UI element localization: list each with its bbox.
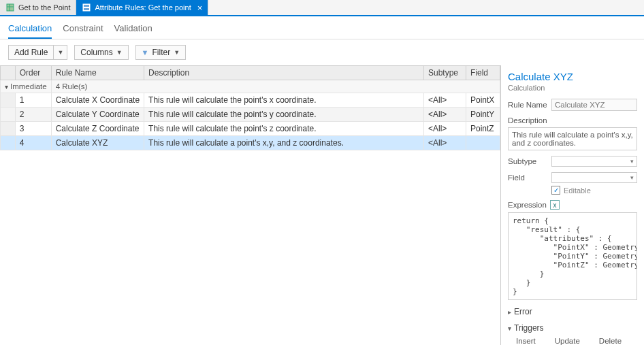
tab-label: Get to the Point xyxy=(18,3,70,12)
chevron-down-icon: ▼ xyxy=(116,49,123,56)
svg-rect-0 xyxy=(7,4,14,11)
rule-type-tabs: Calculation Constraint Validation xyxy=(0,16,644,39)
table-row[interactable]: 3 Calculate Z Coordinate This rule will … xyxy=(1,122,500,136)
table-row[interactable]: 4 Calculate XYZ This rule will calculate… xyxy=(1,136,500,150)
add-rule-dropdown[interactable]: ▼ xyxy=(53,45,67,60)
columns-button[interactable]: Columns ▼ xyxy=(74,45,128,60)
col-order[interactable]: Order xyxy=(15,66,51,80)
filter-label: Filter xyxy=(152,48,170,57)
document-tabs: Get to the Point Attribute Rules: Get th… xyxy=(0,0,644,16)
insert-label: Insert xyxy=(516,337,536,345)
subtab-validation[interactable]: Validation xyxy=(114,23,152,39)
filter-button[interactable]: ▼ Filter ▼ xyxy=(135,45,186,60)
col-subtype[interactable]: Subtype xyxy=(424,66,466,80)
editable-label: Editable xyxy=(564,186,591,195)
add-rule-label: Add Rule xyxy=(14,48,48,57)
group-row-immediate[interactable]: ▾Immediate 4 Rule(s) xyxy=(1,80,500,93)
svg-rect-5 xyxy=(84,8,89,10)
triggers-group: Insert ✓ Update ✓ Delete xyxy=(508,337,637,345)
expression-label: Expression xyxy=(508,201,547,209)
expression-input[interactable]: return { "result" : { "attributes" : { "… xyxy=(508,212,637,300)
rules-grid-pane: Order Rule Name Description Subtype Fiel… xyxy=(0,65,501,345)
subtype-combo[interactable]: ▾ xyxy=(551,156,637,167)
chevron-down-icon: ▾ xyxy=(508,325,511,332)
table-row[interactable]: 1 Calculate X Coordinate This rule will … xyxy=(1,93,500,108)
rule-name-input[interactable]: Calculate XYZ xyxy=(551,99,637,111)
error-expander[interactable]: ▸ Error xyxy=(508,307,637,316)
rule-details-pane: Calculate XYZ Calculation Rule Name Calc… xyxy=(501,65,644,345)
delete-label: Delete xyxy=(599,337,622,345)
col-field[interactable]: Field xyxy=(466,66,500,80)
tab-attribute-rules[interactable]: Attribute Rules: Get the point × xyxy=(76,0,208,15)
chevron-right-icon: ▸ xyxy=(508,308,511,316)
col-rule-name[interactable]: Rule Name xyxy=(51,66,144,80)
chevron-down-icon: ▾ xyxy=(5,83,8,91)
expression-builder-icon[interactable]: x xyxy=(550,200,560,210)
rules-grid[interactable]: Order Rule Name Description Subtype Fiel… xyxy=(0,65,500,150)
chevron-down-icon: ▼ xyxy=(57,49,63,56)
add-rule-button[interactable]: Add Rule ▼ xyxy=(8,45,67,60)
field-combo[interactable]: ▾ xyxy=(551,172,637,183)
details-title: Calculate XYZ xyxy=(508,71,637,82)
filter-icon: ▼ xyxy=(142,48,149,56)
subtab-calculation[interactable]: Calculation xyxy=(8,23,52,39)
rule-name-label: Rule Name xyxy=(508,101,547,109)
subtype-label: Subtype xyxy=(508,157,547,165)
tab-label: Attribute Rules: Get the point xyxy=(95,3,191,12)
description-input[interactable]: This rule will calculate a point's x,y, … xyxy=(508,127,637,150)
description-label: Description xyxy=(508,116,637,125)
grid-header-row: Order Rule Name Description Subtype Fiel… xyxy=(1,66,500,80)
details-subtitle: Calculation xyxy=(508,84,637,92)
columns-label: Columns xyxy=(80,48,112,57)
tab-get-to-the-point[interactable]: Get to the Point xyxy=(0,0,76,15)
table-icon xyxy=(5,3,15,12)
col-description[interactable]: Description xyxy=(144,66,424,80)
update-label: Update xyxy=(555,337,580,345)
row-marker-header xyxy=(1,66,16,80)
chevron-down-icon: ▼ xyxy=(174,49,180,56)
table-row[interactable]: 2 Calculate Y Coordinate This rule will … xyxy=(1,108,500,122)
chevron-down-icon: ▾ xyxy=(630,174,634,181)
rules-icon xyxy=(82,3,91,12)
triggers-expander[interactable]: ▾ Triggers xyxy=(508,323,637,333)
close-icon[interactable]: × xyxy=(197,3,203,13)
toolbar: Add Rule ▼ Columns ▼ ▼ Filter ▼ xyxy=(0,39,644,65)
chevron-down-icon: ▾ xyxy=(630,158,634,165)
editable-checkbox[interactable]: ✓ xyxy=(551,186,560,195)
subtab-constraint[interactable]: Constraint xyxy=(63,23,103,39)
field-label: Field xyxy=(508,174,547,182)
svg-rect-4 xyxy=(84,5,89,7)
